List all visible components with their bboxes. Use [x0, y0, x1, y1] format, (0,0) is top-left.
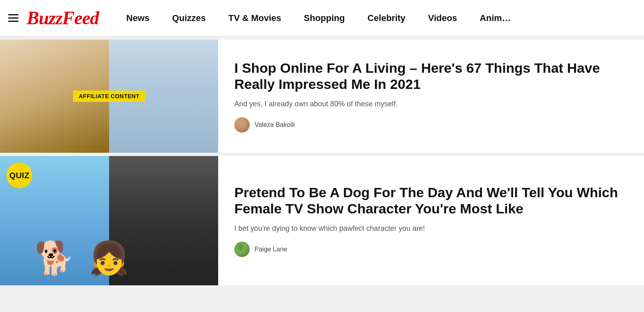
author-avatar	[234, 242, 250, 257]
site-header: BuzzFeed News Quizzes TV & Movies Shoppi…	[0, 0, 644, 36]
article-image	[0, 156, 218, 285]
nav-item-shopping: Shopping	[293, 13, 356, 23]
nav-link-quizzes[interactable]: Quizzes	[161, 13, 217, 23]
author-row: Valeza Bakolli	[234, 117, 628, 133]
article-card[interactable]: AFFILIATE CONTENT I Shop Online For A Li…	[0, 40, 644, 153]
nav-item-quizzes: Quizzes	[161, 13, 217, 23]
nav-item-anim: Anim…	[468, 13, 522, 23]
nav-link-videos[interactable]: Videos	[417, 13, 469, 23]
article-subtitle: And yes, I already own about 80% of thes…	[234, 99, 628, 109]
nav-item-celebrity: Celebrity	[356, 13, 417, 23]
nav-link-shopping[interactable]: Shopping	[293, 13, 356, 23]
article-subtitle: I bet you're dying to know which pawfect…	[234, 223, 628, 234]
quiz-badge: QUIZ	[6, 162, 32, 188]
affiliate-badge: AFFILIATE CONTENT	[73, 91, 145, 102]
author-name: Paige Lane	[255, 246, 287, 253]
site-logo[interactable]: BuzzFeed	[27, 7, 99, 29]
author-name: Valeza Bakolli	[255, 121, 295, 129]
article-title[interactable]: I Shop Online For A Living – Here's 67 T…	[234, 60, 628, 93]
article-thumbnail: AFFILIATE CONTENT	[0, 40, 218, 153]
article-body: Pretend To Be A Dog For The Day And We'l…	[218, 156, 644, 285]
nav-item-news: News	[115, 13, 161, 23]
nav-item-tv-movies: TV & Movies	[217, 13, 293, 23]
hamburger-menu-button[interactable]	[8, 14, 19, 22]
author-avatar	[234, 117, 250, 133]
article-thumbnail: QUIZ	[0, 156, 218, 285]
nav-links-list: News Quizzes TV & Movies Shopping Celebr…	[115, 13, 522, 23]
nav-item-videos: Videos	[417, 13, 469, 23]
article-image-right	[109, 156, 218, 285]
author-row: Paige Lane	[234, 242, 628, 257]
nav-link-tv-movies[interactable]: TV & Movies	[217, 13, 293, 23]
main-nav: News Quizzes TV & Movies Shopping Celebr…	[115, 13, 522, 23]
article-body: I Shop Online For A Living – Here's 67 T…	[218, 40, 644, 153]
nav-link-anim[interactable]: Anim…	[468, 13, 522, 23]
article-title[interactable]: Pretend To Be A Dog For The Day And We'l…	[234, 184, 628, 217]
main-content: AFFILIATE CONTENT I Shop Online For A Li…	[0, 36, 644, 292]
nav-link-news[interactable]: News	[115, 13, 161, 23]
article-card[interactable]: QUIZ Pretend To Be A Dog For The Day And…	[0, 156, 644, 285]
nav-link-celebrity[interactable]: Celebrity	[356, 13, 417, 23]
